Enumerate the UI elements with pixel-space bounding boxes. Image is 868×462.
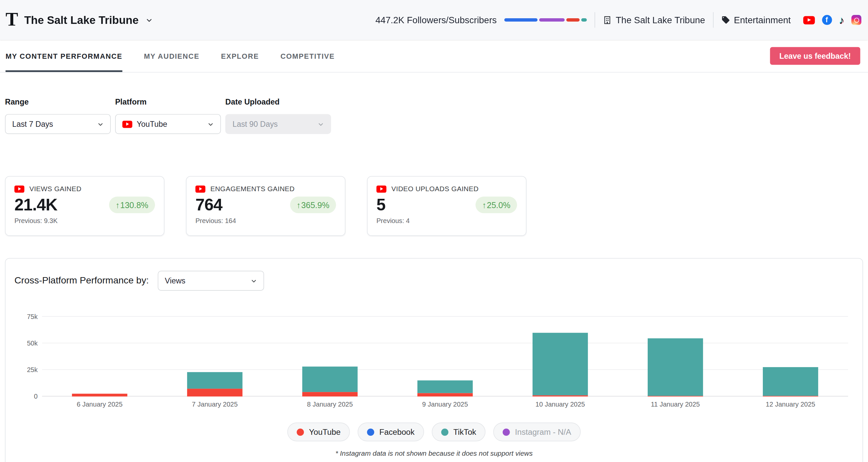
stacked-bar[interactable] [72, 394, 127, 397]
x-axis-label: 11 January 2025 [618, 400, 733, 408]
range-select[interactable]: Last 7 Days [5, 114, 111, 134]
distribution-segment-instagram [539, 18, 565, 22]
metric-value: Views [165, 276, 185, 285]
previous-value: Previous: 164 [195, 217, 336, 225]
date-uploaded-label: Date Uploaded [225, 98, 331, 106]
bar-segment-youtube [187, 389, 243, 397]
legend-dot [503, 428, 510, 435]
cross-platform-chart-card: Cross-Platform Performance by: Views 75k… [5, 258, 863, 462]
chevron-down-icon [96, 120, 104, 128]
previous-value: Previous: 4 [376, 217, 517, 225]
range-label: Range [5, 98, 111, 106]
legend-chip-facebook[interactable]: Facebook [358, 423, 424, 441]
platform-label: Platform [115, 98, 221, 106]
social-links: f ♪ [803, 14, 861, 25]
tabs: MY CONTENT PERFORMANCE MY AUDIENCE EXPLO… [6, 40, 335, 72]
x-axis-label: 8 January 2025 [272, 400, 388, 408]
stacked-bar[interactable] [417, 381, 473, 397]
y-tick: 50k [27, 340, 37, 347]
legend-label: TikTok [453, 428, 476, 436]
facebook-f-glyph: f [822, 15, 832, 25]
y-tick: 0 [34, 393, 37, 400]
distribution-segment-facebook [504, 18, 537, 22]
legend-label: Facebook [379, 428, 414, 436]
plot [42, 313, 848, 396]
instagram-icon[interactable] [851, 15, 861, 25]
chevron-down-icon [250, 276, 258, 285]
legend-chip-tiktok[interactable]: TikTok [432, 423, 486, 441]
bar-column [618, 313, 733, 396]
y-tick: 25k [27, 366, 37, 374]
bar-segment-youtube [532, 396, 588, 397]
x-axis-labels: 6 January 20257 January 20258 January 20… [42, 400, 848, 408]
bar-segment-youtube [648, 396, 703, 396]
stacked-bar[interactable] [648, 338, 703, 396]
chart-plot-area: 75k 50k 25k 0 [14, 313, 854, 396]
youtube-icon [376, 185, 386, 192]
y-tick: 75k [27, 313, 37, 320]
legend-dot [297, 428, 304, 435]
platform-distribution-bar [504, 18, 587, 22]
building-icon [603, 16, 612, 25]
bar-column [157, 313, 272, 396]
date-uploaded-select: Last 90 Days [225, 114, 331, 134]
stacked-bar[interactable] [532, 333, 588, 397]
divider [595, 12, 595, 28]
range-value: Last 7 Days [12, 120, 53, 128]
previous-value: Previous: 9.3K [14, 217, 155, 225]
stat-value: 21.4K [14, 195, 57, 214]
filter-bar: Range Last 7 Days Platform YouTube Date … [5, 98, 863, 134]
up-arrow-icon: ↑ [482, 200, 487, 209]
tiktok-icon[interactable]: ♪ [839, 14, 844, 25]
views-gained-card: VIEWS GAINED 21.4K ↑130.8% Previous: 9.3… [5, 176, 164, 236]
stat-title: ENGAGEMENTS GAINED [210, 185, 294, 192]
youtube-icon[interactable] [803, 16, 814, 24]
platform-select[interactable]: YouTube [115, 114, 221, 134]
feedback-button[interactable]: Leave us feedback! [770, 47, 860, 65]
account-name: The Salt Lake Tribune [24, 13, 139, 26]
tab-explore[interactable]: EXPLORE [221, 40, 259, 72]
bar-segment-tiktok [532, 333, 588, 396]
facebook-icon[interactable]: f [822, 15, 832, 25]
engagements-gained-card: ENGAGEMENTS GAINED 764 ↑365.9% Previous:… [186, 176, 345, 236]
bar-segment-youtube [417, 393, 473, 397]
legend-chip-instagram[interactable]: Instagram - N/A [493, 423, 581, 441]
bar-segment-tiktok [302, 367, 358, 392]
distribution-segment-tiktok [581, 18, 587, 22]
tiktok-note-glyph: ♪ [839, 14, 844, 25]
y-axis: 75k 50k 25k 0 [14, 313, 42, 396]
chevron-down-icon [206, 120, 215, 128]
video-uploads-gained-card: VIDEO UPLOADS GAINED 5 ↑25.0% Previous: … [367, 176, 526, 236]
stat-cards: VIEWS GAINED 21.4K ↑130.8% Previous: 9.3… [5, 176, 863, 236]
stacked-bar[interactable] [763, 367, 818, 396]
date-uploaded-filter: Date Uploaded Last 90 Days [225, 98, 331, 134]
stacked-bar[interactable] [187, 372, 243, 397]
youtube-icon [14, 185, 24, 192]
instagram-lens [854, 18, 859, 23]
app: T The Salt Lake Tribune 447.2K Followers… [0, 0, 868, 462]
change-value: 365.9% [301, 200, 330, 209]
account-switcher[interactable]: T The Salt Lake Tribune [6, 11, 154, 29]
category-label: Entertainment [734, 14, 791, 25]
bar-column [733, 313, 848, 396]
youtube-play-glyph [803, 16, 814, 24]
metric-select[interactable]: Views [158, 271, 264, 291]
legend-chip-youtube[interactable]: YouTube [287, 423, 350, 441]
chevron-down-icon [316, 120, 325, 128]
instagram-glyph [851, 15, 861, 25]
legend-label: YouTube [309, 428, 340, 436]
stat-value: 764 [195, 195, 222, 214]
date-uploaded-value: Last 90 Days [232, 120, 278, 128]
bar-segment-tiktok [763, 367, 818, 396]
range-filter: Range Last 7 Days [5, 98, 111, 134]
chart-header: Cross-Platform Performance by: Views [14, 271, 854, 291]
distribution-segment-youtube [566, 18, 580, 22]
bar-column [42, 313, 157, 396]
bar-segment-youtube [72, 394, 127, 397]
tab-my-audience[interactable]: MY AUDIENCE [144, 40, 199, 72]
x-axis-label: 9 January 2025 [388, 400, 503, 408]
tab-competitive[interactable]: COMPETITIVE [280, 40, 335, 72]
stacked-bar[interactable] [302, 367, 358, 397]
tab-my-content-performance[interactable]: MY CONTENT PERFORMANCE [6, 40, 122, 72]
platform-filter: Platform YouTube [115, 98, 221, 134]
